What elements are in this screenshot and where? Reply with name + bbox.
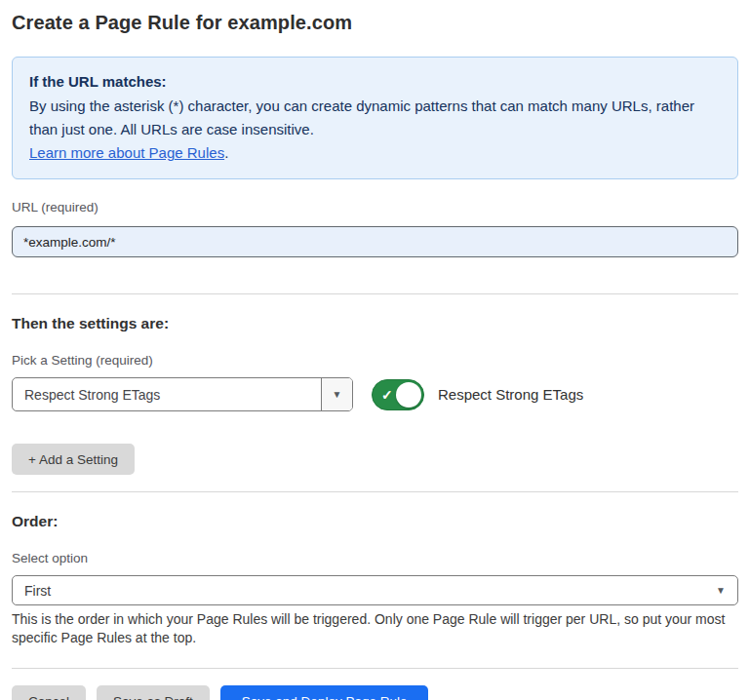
order-select[interactable]: First ▼	[12, 575, 738, 605]
info-box-body: By using the asterisk (*) character, you…	[29, 95, 721, 141]
url-field-label: URL (required)	[12, 200, 738, 214]
save-draft-button[interactable]: Save as Draft	[97, 685, 210, 700]
order-help-text: This is the order in which your Page Rul…	[12, 610, 733, 647]
section-divider	[12, 491, 738, 492]
order-select-value: First	[24, 583, 716, 599]
info-box-heading: If the URL matches:	[29, 70, 721, 94]
section-divider	[12, 293, 738, 294]
setting-toggle[interactable]: ✓	[372, 379, 424, 410]
order-section-heading: Order:	[12, 513, 738, 530]
pick-setting-label: Pick a Setting (required)	[12, 353, 738, 368]
footer-divider	[12, 668, 738, 669]
check-icon: ✓	[381, 386, 393, 402]
chevron-down-icon: ▼	[333, 390, 342, 400]
toggle-knob	[396, 382, 421, 408]
setting-row: Respect Strong ETags ▼ ✓ Respect Strong …	[12, 377, 738, 411]
setting-select-caret-button[interactable]: ▼	[321, 378, 352, 410]
order-select-label: Select option	[12, 551, 738, 565]
setting-select[interactable]: Respect Strong ETags ▼	[12, 377, 353, 411]
setting-select-value: Respect Strong ETags	[13, 378, 321, 410]
url-match-info-box: If the URL matches: By using the asteris…	[12, 57, 738, 179]
info-link-line: Learn more about Page Rules.	[29, 141, 721, 165]
settings-section-heading: Then the settings are:	[12, 315, 738, 332]
toggle-label: Respect Strong ETags	[438, 386, 583, 403]
link-suffix: .	[224, 144, 228, 161]
save-deploy-button[interactable]: Save and Deploy Page Rule	[220, 685, 429, 700]
page-title: Create a Page Rule for example.com	[12, 12, 738, 34]
create-page-rule-form: Create a Page Rule for example.com If th…	[0, 0, 750, 700]
chevron-down-icon: ▼	[716, 586, 726, 596]
learn-more-link[interactable]: Learn more about Page Rules	[29, 144, 224, 161]
cancel-button[interactable]: Cancel	[12, 685, 86, 700]
add-setting-button[interactable]: + Add a Setting	[12, 444, 135, 475]
footer-actions: Cancel Save as Draft Save and Deploy Pag…	[12, 685, 738, 700]
url-input[interactable]	[12, 226, 738, 257]
